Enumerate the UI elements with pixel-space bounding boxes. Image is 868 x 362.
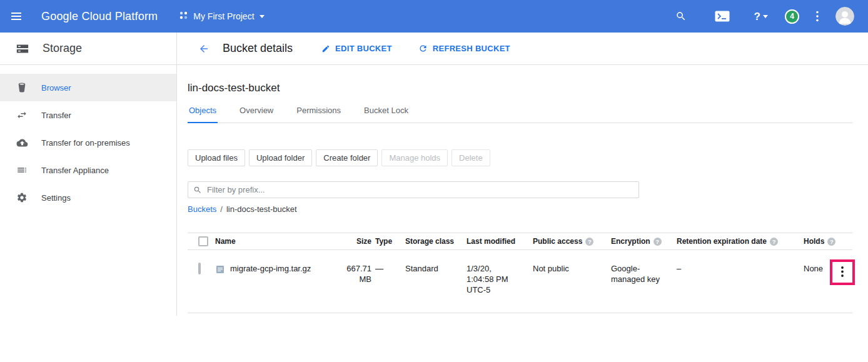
sidebar: Browser Transfer Transfer for on-premise… xyxy=(0,65,177,316)
search-button[interactable] xyxy=(675,11,687,22)
filter-input[interactable] xyxy=(207,185,633,194)
transfer-arrows-icon xyxy=(16,109,28,121)
gear-icon xyxy=(16,192,28,203)
hamburger-menu-button[interactable] xyxy=(0,0,33,33)
upload-files-button[interactable]: Upload files xyxy=(188,149,245,166)
tab-permissions[interactable]: Permissions xyxy=(295,106,342,123)
column-header-retention: Retention expiration date ? xyxy=(677,237,804,246)
object-last-modified: 1/3/20, 1:04:58 PM UTC-5 xyxy=(467,264,533,296)
main-content: lin-docs-test-bucket Objects Overview Pe… xyxy=(177,65,868,316)
help-icon: ? xyxy=(754,11,760,22)
table-header-row: Name Size Type Storage class Last modifi… xyxy=(188,233,852,250)
create-folder-button[interactable]: Create folder xyxy=(316,149,378,166)
search-icon xyxy=(193,186,202,194)
gcp-console: Google Cloud Platform My First Project ?… xyxy=(0,0,868,362)
help-icon[interactable]: ? xyxy=(827,238,835,246)
help-icon[interactable]: ? xyxy=(770,238,778,246)
body: Browser Transfer Transfer for on-premise… xyxy=(0,65,868,316)
project-selector[interactable]: My First Project xyxy=(179,11,264,22)
project-name: My First Project xyxy=(193,11,254,21)
chevron-down-icon xyxy=(763,15,768,18)
search-icon xyxy=(675,11,687,22)
object-size: 667.71 MB xyxy=(344,264,375,285)
sidebar-item-settings[interactable]: Settings xyxy=(0,184,176,211)
product-title: Storage xyxy=(43,42,82,55)
column-header-size: Size xyxy=(344,237,375,246)
filter-box xyxy=(188,181,639,198)
file-icon xyxy=(215,264,225,278)
breadcrumb-current: lin-docs-test-bucket xyxy=(226,204,297,214)
page-title: Bucket details xyxy=(223,42,293,55)
edit-bucket-button[interactable]: EDIT BUCKET xyxy=(321,44,392,53)
refresh-bucket-button[interactable]: REFRESH BUCKET xyxy=(418,44,510,53)
gcp-logo[interactable]: Google Cloud Platform xyxy=(41,10,158,23)
topbar-actions: ? 4 xyxy=(675,7,868,26)
kebab-icon xyxy=(841,266,844,277)
product-header: Storage xyxy=(0,33,177,64)
object-type: — xyxy=(375,264,405,274)
help-button[interactable]: ? xyxy=(754,11,768,22)
object-menu-cell xyxy=(837,264,852,281)
column-header-storage-class: Storage class xyxy=(405,237,467,246)
object-row-menu-button[interactable] xyxy=(837,264,847,281)
storage-product-icon xyxy=(16,42,29,56)
object-storage-class: Standard xyxy=(405,264,467,274)
delete-button: Delete xyxy=(452,149,490,166)
column-header-holds: Holds ? xyxy=(804,237,837,246)
person-icon xyxy=(835,7,854,26)
appliance-list-icon xyxy=(16,164,28,176)
cloud-shell-icon xyxy=(715,11,730,22)
cloud-upload-icon xyxy=(16,138,28,148)
tab-bucket-lock[interactable]: Bucket Lock xyxy=(363,106,410,123)
cloud-shell-button[interactable] xyxy=(715,11,730,22)
objects-table: Name Size Type Storage class Last modifi… xyxy=(188,233,852,313)
sidebar-item-label: Transfer for on-premises xyxy=(41,138,130,148)
column-header-public-access: Public access ? xyxy=(533,237,611,246)
breadcrumb-buckets-link[interactable]: Buckets xyxy=(188,204,216,214)
refresh-icon xyxy=(418,44,428,53)
page-header: Bucket details EDIT BUCKET REFRESH BUCKE… xyxy=(177,33,868,64)
help-icon[interactable]: ? xyxy=(585,238,593,246)
app-bar: Storage Bucket details EDIT BUCKET REFRE… xyxy=(0,33,868,65)
column-header-encryption: Encryption ? xyxy=(611,237,677,246)
overflow-menu-button[interactable] xyxy=(816,11,819,22)
pencil-icon xyxy=(321,44,330,53)
sidebar-item-label: Browser xyxy=(41,83,71,93)
sidebar-item-browser[interactable]: Browser xyxy=(0,74,176,101)
tab-overview[interactable]: Overview xyxy=(238,106,275,123)
select-all-checkbox[interactable] xyxy=(198,236,208,246)
sidebar-item-transfer-on-premises[interactable]: Transfer for on-premises xyxy=(0,129,176,156)
bucket-icon xyxy=(16,82,28,93)
object-row: migrate-gcp-img.tar.gz 667.71 MB — Stand… xyxy=(188,250,852,313)
sidebar-item-transfer[interactable]: Transfer xyxy=(0,101,176,129)
sidebar-item-label: Transfer Appliance xyxy=(41,166,109,175)
kebab-icon xyxy=(816,11,819,22)
column-header-last-modified: Last modified xyxy=(467,237,533,246)
object-public-access: Not public xyxy=(533,264,611,274)
bucket-name-heading: lin-docs-test-bucket xyxy=(188,82,852,94)
help-icon[interactable]: ? xyxy=(654,238,662,246)
sidebar-item-transfer-appliance[interactable]: Transfer Appliance xyxy=(0,156,176,184)
object-retention-expiration: – xyxy=(677,264,804,274)
chevron-down-icon xyxy=(260,15,265,18)
tab-bar: Objects Overview Permissions Bucket Lock xyxy=(188,106,852,123)
back-arrow-icon xyxy=(198,43,209,54)
row-checkbox[interactable] xyxy=(198,263,201,274)
tab-objects[interactable]: Objects xyxy=(188,106,218,123)
object-name-link[interactable]: migrate-gcp-img.tar.gz xyxy=(230,264,311,274)
object-encryption: Google-managed key xyxy=(611,264,677,285)
upload-folder-button[interactable]: Upload folder xyxy=(249,149,312,166)
refresh-bucket-label: REFRESH BUCKET xyxy=(433,44,510,53)
column-header-type: Type xyxy=(375,237,405,246)
sidebar-item-label: Transfer xyxy=(41,111,71,120)
object-name-cell: migrate-gcp-img.tar.gz xyxy=(215,264,344,278)
object-holds: None xyxy=(804,264,837,274)
manage-holds-button: Manage holds xyxy=(381,149,448,166)
back-button[interactable] xyxy=(198,43,209,54)
action-buttons: Upload files Upload folder Create folder… xyxy=(188,149,852,166)
notifications-badge[interactable]: 4 xyxy=(785,9,799,24)
hamburger-icon xyxy=(10,10,23,23)
avatar[interactable] xyxy=(835,7,854,26)
project-icon xyxy=(179,11,188,22)
breadcrumb: Buckets / lin-docs-test-bucket xyxy=(188,204,852,214)
